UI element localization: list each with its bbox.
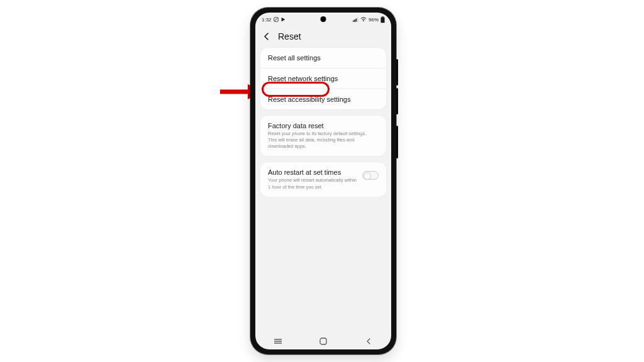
stage: 1:32 96% [0, 0, 644, 362]
settings-content: Reset all settings Reset network setting… [255, 48, 391, 197]
phone-screen: 1:32 96% [255, 13, 391, 349]
page-header: Reset [255, 25, 391, 48]
reset-all-settings-row[interactable]: Reset all settings [260, 48, 386, 68]
signal-icon [353, 17, 358, 22]
battery-text: 96% [369, 17, 379, 23]
back-button[interactable] [263, 32, 272, 41]
no-sim-icon [274, 17, 279, 22]
volume-down-button[interactable] [396, 88, 398, 114]
phone-frame: 1:32 96% [250, 8, 396, 354]
row-label: Factory data reset [268, 122, 379, 129]
clock: 1:32 [262, 17, 272, 23]
front-camera [321, 16, 326, 22]
svg-rect-6 [354, 19, 355, 22]
media-play-icon [280, 17, 286, 22]
auto-restart-toggle[interactable] [362, 171, 379, 180]
svg-rect-10 [382, 16, 384, 17]
svg-marker-4 [281, 18, 285, 21]
page-title: Reset [278, 31, 301, 41]
row-subtext: Your phone will restart automatically wi… [268, 177, 357, 190]
volume-up-button[interactable] [396, 59, 398, 85]
reset-network-settings-row[interactable]: Reset network settings [260, 68, 386, 89]
row-label: Reset accessibility settings [268, 96, 379, 103]
row-label: Auto restart at set times [268, 168, 357, 176]
row-label: Reset all settings [268, 54, 379, 62]
svg-rect-15 [320, 338, 326, 344]
svg-line-3 [274, 18, 277, 21]
factory-reset-card: Factory data reset Reset your phone to i… [260, 116, 386, 156]
row-label: Reset network settings [268, 75, 379, 82]
svg-rect-5 [353, 21, 354, 22]
reset-options-card: Reset all settings Reset network setting… [260, 48, 386, 109]
svg-rect-8 [357, 18, 358, 22]
row-subtext: Reset your phone to its factory default … [268, 131, 369, 150]
auto-restart-row[interactable]: Auto restart at set times Your phone wil… [260, 162, 386, 196]
reset-accessibility-settings-row[interactable]: Reset accessibility settings [260, 89, 386, 109]
nav-back-button[interactable] [362, 337, 375, 346]
power-button[interactable] [396, 126, 398, 158]
svg-point-9 [363, 20, 364, 21]
wifi-icon [360, 17, 367, 22]
home-button[interactable] [316, 337, 330, 346]
svg-rect-7 [355, 19, 357, 22]
recent-apps-button[interactable] [271, 337, 285, 346]
svg-rect-11 [380, 17, 384, 23]
factory-data-reset-row[interactable]: Factory data reset Reset your phone to i… [260, 116, 386, 156]
auto-restart-card: Auto restart at set times Your phone wil… [260, 162, 386, 196]
navigation-bar [255, 333, 391, 349]
battery-icon [380, 16, 385, 23]
